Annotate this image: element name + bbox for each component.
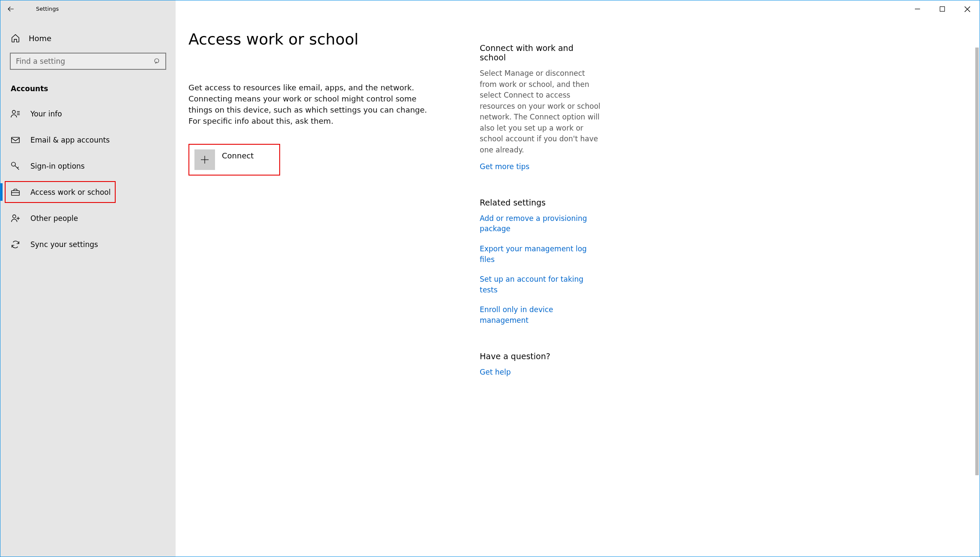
search-wrap: [10, 53, 166, 70]
right-column: Connect with work and school Select Mana…: [480, 43, 610, 403]
scrollbar[interactable]: [974, 48, 980, 557]
user-info-icon: [11, 109, 20, 119]
plus-tile: [194, 149, 215, 170]
svg-point-13: [13, 214, 16, 217]
sidebar-item-sign-in-options[interactable]: Sign-in options: [10, 153, 166, 179]
sidebar-nav: Your info Email & app accounts Sign-in o…: [10, 101, 166, 257]
main-column: Access work or school Get access to reso…: [188, 30, 463, 557]
app-title: Settings: [21, 0, 59, 18]
page-title: Access work or school: [188, 30, 463, 48]
sidebar-item-label: Your info: [30, 110, 62, 118]
connect-label: Connect: [222, 151, 254, 160]
right-heading-question: Have a question?: [480, 351, 602, 361]
sidebar-item-email-accounts[interactable]: Email & app accounts: [10, 127, 166, 153]
people-icon: [11, 214, 20, 223]
right-heading-related: Related settings: [480, 198, 602, 207]
window-controls: [905, 0, 980, 18]
right-section-connect: Connect with work and school Select Mana…: [480, 43, 602, 172]
right-section-related: Related settings Add or remove a provisi…: [480, 198, 602, 326]
right-body-connect: Select Manage or disconnect from work or…: [480, 68, 602, 155]
sidebar-section-title: Accounts: [10, 84, 166, 93]
minimize-icon: [915, 6, 920, 12]
sidebar-item-label: Sync your settings: [30, 240, 98, 249]
page-description: Get access to resources like email, apps…: [188, 82, 428, 127]
svg-rect-1: [940, 7, 945, 12]
link-enroll-device-mgmt[interactable]: Enroll only in device management: [480, 304, 602, 325]
settings-window: Settings Home: [0, 0, 980, 557]
maximize-icon: [940, 6, 945, 12]
link-provisioning-package[interactable]: Add or remove a provisioning package: [480, 213, 602, 234]
titlebar: Settings: [0, 0, 980, 18]
back-arrow-icon: [7, 5, 15, 13]
home-icon: [11, 33, 20, 43]
sidebar-item-label: Access work or school: [30, 188, 111, 197]
titlebar-left: Settings: [0, 0, 176, 18]
link-export-logs[interactable]: Export your management log files: [480, 244, 602, 265]
right-heading-connect: Connect with work and school: [480, 43, 602, 62]
content-area: Access work or school Get access to reso…: [176, 18, 980, 557]
connect-button[interactable]: Connect: [188, 144, 280, 176]
sidebar-item-access-work-school[interactable]: Access work or school: [10, 179, 166, 205]
link-get-more-tips[interactable]: Get more tips: [480, 161, 602, 172]
svg-rect-12: [12, 191, 19, 195]
minimize-button[interactable]: [905, 0, 930, 18]
scrollbar-thumb[interactable]: [975, 48, 979, 475]
body: Home Accounts Your info: [0, 18, 980, 557]
close-button[interactable]: [955, 0, 980, 18]
sidebar-item-other-people[interactable]: Other people: [10, 205, 166, 231]
sidebar-item-label: Email & app accounts: [30, 136, 110, 144]
briefcase-icon: [11, 188, 20, 197]
sidebar-item-label: Other people: [30, 214, 78, 223]
sidebar-item-sync-settings[interactable]: Sync your settings: [10, 231, 166, 257]
mail-icon: [11, 135, 20, 145]
sidebar-home-label: Home: [29, 34, 51, 43]
svg-point-6: [12, 110, 15, 113]
sidebar-item-your-info[interactable]: Your info: [10, 101, 166, 127]
sidebar-item-label: Sign-in options: [30, 162, 85, 170]
key-icon: [11, 161, 20, 171]
sidebar: Home Accounts Your info: [0, 18, 176, 557]
titlebar-right: [176, 0, 980, 18]
right-section-question: Have a question? Get help: [480, 351, 602, 378]
sync-icon: [11, 240, 20, 249]
close-icon: [965, 6, 970, 12]
link-setup-test-account[interactable]: Set up an account for taking tests: [480, 274, 602, 295]
plus-icon: [200, 155, 210, 165]
sidebar-home[interactable]: Home: [10, 27, 166, 49]
back-button[interactable]: [0, 0, 21, 18]
maximize-button[interactable]: [930, 0, 955, 18]
search-input[interactable]: [10, 53, 166, 70]
svg-rect-10: [12, 137, 19, 143]
link-get-help[interactable]: Get help: [480, 367, 602, 378]
